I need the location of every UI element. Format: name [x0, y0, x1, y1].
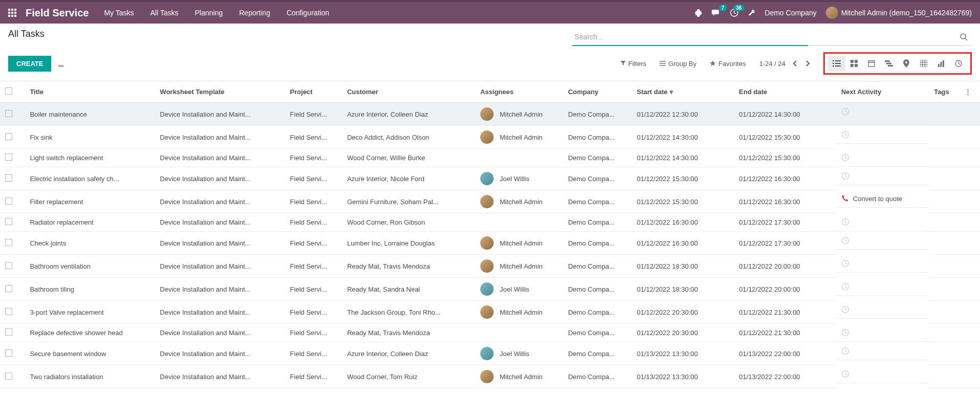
- row-checkbox[interactable]: [5, 262, 12, 269]
- phone-icon[interactable]: [841, 195, 849, 203]
- cell-worksheet: Device Installation and Maint...: [155, 365, 285, 388]
- activities-badge: 36: [733, 5, 744, 11]
- groupby-button[interactable]: Group By: [659, 60, 696, 68]
- table-row[interactable]: Light switch replacementDevice Installat…: [0, 149, 980, 167]
- create-button[interactable]: CREATE: [8, 56, 51, 72]
- table-row[interactable]: Bathroom tilingDevice Installation and M…: [0, 278, 980, 301]
- clock-icon[interactable]: [841, 172, 849, 180]
- clock-icon[interactable]: [841, 347, 849, 355]
- row-checkbox[interactable]: [5, 349, 12, 357]
- table-row[interactable]: Electric installation safety ch...Device…: [0, 167, 980, 190]
- row-checkbox[interactable]: [5, 110, 12, 117]
- pager-prev-icon[interactable]: [793, 60, 798, 67]
- row-checkbox[interactable]: [5, 153, 12, 161]
- view-activity-icon[interactable]: [950, 56, 967, 71]
- bug-icon[interactable]: [694, 9, 702, 17]
- tools-icon[interactable]: [748, 9, 756, 17]
- user-menu[interactable]: Mitchell Admin (demo_150_1642482769): [826, 7, 972, 19]
- clock-icon[interactable]: [841, 153, 849, 162]
- menu-all-tasks[interactable]: All Tasks: [151, 9, 179, 17]
- clock-icon[interactable]: [841, 328, 849, 337]
- pager-text[interactable]: 1-24 / 24: [759, 60, 785, 68]
- cell-assignee: Joel Willis: [500, 175, 529, 183]
- view-graph-icon[interactable]: [932, 56, 950, 71]
- table-row[interactable]: Radiator replacementDevice Installation …: [0, 213, 980, 232]
- apps-icon[interactable]: [8, 9, 16, 17]
- col-tags[interactable]: Tags: [929, 81, 960, 103]
- row-checkbox[interactable]: [5, 218, 12, 225]
- clock-icon[interactable]: [841, 370, 849, 378]
- clock-icon[interactable]: [841, 305, 849, 314]
- col-start-label: Start date: [637, 88, 668, 96]
- favorites-button[interactable]: Favorites: [710, 60, 745, 68]
- table-row[interactable]: 3-port Valve replacementDevice Installat…: [0, 301, 980, 324]
- app-brand[interactable]: Field Service: [26, 7, 89, 19]
- view-pivot-icon[interactable]: [915, 56, 932, 71]
- cell-assignee: Mitchell Admin: [500, 111, 543, 118]
- view-gantt-icon[interactable]: [880, 56, 898, 71]
- menu-my-tasks[interactable]: My Tasks: [104, 9, 134, 17]
- col-end[interactable]: End date: [734, 81, 836, 103]
- table-row[interactable]: Bathroom ventilationDevice Installation …: [0, 255, 980, 278]
- activities-icon[interactable]: 36: [730, 9, 738, 17]
- view-list-icon[interactable]: [828, 56, 845, 71]
- search-icon[interactable]: [955, 31, 972, 43]
- row-checkbox[interactable]: [5, 285, 12, 292]
- col-project[interactable]: Project: [285, 81, 342, 103]
- table-row[interactable]: Fix sinkDevice Installation and Maint...…: [0, 126, 980, 149]
- cell-tags: [929, 126, 960, 149]
- row-checkbox[interactable]: [5, 133, 12, 140]
- row-checkbox[interactable]: [5, 174, 12, 182]
- cell-end: 01/13/2022 22:00:00: [734, 365, 836, 388]
- cell-project: Field Servi...: [285, 255, 342, 278]
- view-map-icon[interactable]: [898, 56, 915, 71]
- messages-icon[interactable]: 7: [712, 9, 721, 17]
- col-worksheet[interactable]: Worksheet Template: [155, 81, 285, 103]
- row-checkbox[interactable]: [5, 197, 12, 205]
- table-row[interactable]: Check jointsDevice Installation and Main…: [0, 232, 980, 255]
- cell-assignee: Mitchell Admin: [500, 239, 543, 247]
- filters-button[interactable]: Filters: [621, 60, 646, 68]
- view-calendar-icon[interactable]: [863, 56, 880, 71]
- table-row[interactable]: Replace defective shower headDevice Inst…: [0, 324, 980, 342]
- company-switcher[interactable]: Demo Company: [765, 9, 817, 17]
- select-all-checkbox[interactable]: [5, 87, 12, 95]
- cell-customer: Deco Addict, Addison Olson: [342, 126, 475, 149]
- cell-end: 01/12/2022 16:30:00: [734, 167, 836, 190]
- clock-icon[interactable]: [841, 130, 849, 139]
- table-row[interactable]: Secure basement windowDevice Installatio…: [0, 342, 980, 365]
- search-input[interactable]: [572, 29, 955, 45]
- row-checkbox[interactable]: [5, 372, 12, 380]
- clock-icon[interactable]: [841, 236, 849, 245]
- col-company[interactable]: Company: [563, 81, 631, 103]
- clock-icon[interactable]: [841, 259, 849, 268]
- user-name: Mitchell Admin (demo_150_1642482769): [841, 9, 972, 17]
- clock-icon[interactable]: [841, 218, 849, 226]
- menu-planning[interactable]: Planning: [195, 9, 223, 17]
- cell-start: 01/12/2022 20:30:00: [632, 324, 734, 342]
- row-checkbox[interactable]: [5, 308, 12, 315]
- pager-next-icon[interactable]: [805, 60, 810, 67]
- table-row[interactable]: Filter replacementDevice Installation an…: [0, 190, 980, 213]
- cell-customer: Gemini Furniture, Soham Pal...: [342, 190, 475, 213]
- col-title[interactable]: Title: [25, 81, 155, 103]
- cell-customer: Lumber Inc, Lorraine Douglas: [342, 232, 475, 255]
- view-kanban-icon[interactable]: [845, 56, 863, 71]
- col-options-icon[interactable]: ⋮: [960, 81, 980, 103]
- col-customer[interactable]: Customer: [342, 81, 475, 103]
- table-row[interactable]: Two radiators installationDevice Install…: [0, 365, 980, 388]
- cell-tags: [929, 167, 960, 190]
- row-checkbox[interactable]: [5, 239, 12, 246]
- col-assignees[interactable]: Assignees: [475, 81, 563, 103]
- clock-icon[interactable]: [841, 107, 849, 116]
- clock-icon[interactable]: [841, 282, 849, 291]
- menu-reporting[interactable]: Reporting: [239, 9, 270, 17]
- cell-end: 01/12/2022 21:30:00: [734, 324, 836, 342]
- menu-configuration[interactable]: Configuration: [287, 9, 329, 17]
- table-row[interactable]: Boiler maintenanceDevice Installation an…: [0, 103, 980, 126]
- col-start[interactable]: Start date▾: [632, 81, 734, 103]
- download-icon[interactable]: [57, 60, 65, 67]
- row-checkbox[interactable]: [5, 328, 12, 336]
- col-next[interactable]: Next Activity: [836, 81, 929, 103]
- cell-company: Demo Compa...: [563, 103, 631, 126]
